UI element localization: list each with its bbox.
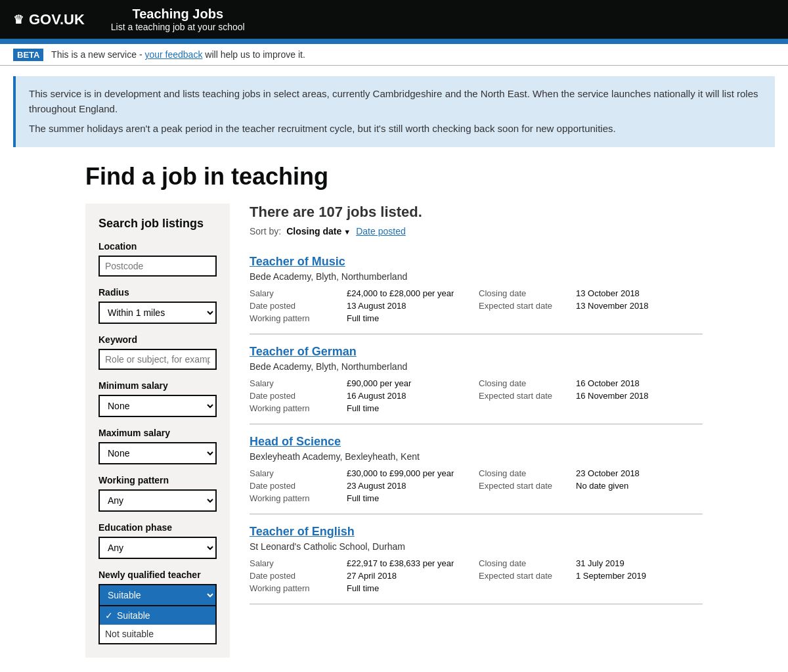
layout: Search job listings Location Radius With… xyxy=(85,204,703,658)
gov-logo[interactable]: ♛ GOV.UK xyxy=(13,11,85,28)
date-posted-value: 16 August 2018 xyxy=(347,391,473,401)
location-group: Location xyxy=(98,241,217,277)
site-header: ♛ GOV.UK Teaching Jobs List a teaching j… xyxy=(0,0,788,44)
job-school: Bede Academy, Blyth, Northumberland xyxy=(250,271,703,282)
sort-bar: Sort by: Closing date Date posted xyxy=(250,226,703,236)
closing-date-label: Closing date xyxy=(479,468,571,478)
beta-banner: BETA This is a new service - your feedba… xyxy=(0,44,788,66)
job-title[interactable]: Head of Science xyxy=(250,435,703,449)
working-pattern-value: Full time xyxy=(347,583,473,593)
keyword-input[interactable] xyxy=(98,349,217,370)
sort-active[interactable]: Closing date xyxy=(286,226,351,236)
working-pattern-label: Working pattern xyxy=(250,583,341,593)
service-subtitle: List a teaching job at your school xyxy=(111,22,245,32)
page-title: Find a job in teaching xyxy=(85,163,703,190)
job-school: Bede Academy, Blyth, Northumberland xyxy=(250,361,703,372)
info-box: This service is in development and lists… xyxy=(13,76,775,147)
date-posted-value: 13 August 2018 xyxy=(347,301,473,311)
max-salary-group: Maximum salary None xyxy=(98,428,217,464)
nqt-option-suitable-item[interactable]: Suitable xyxy=(100,606,215,625)
nqt-dropdown-open: Suitable Not suitable xyxy=(98,606,217,644)
date-posted-label: Date posted xyxy=(250,391,341,401)
job-details: Salary £24,000 to £28,000 per year Closi… xyxy=(250,288,703,323)
education-phase-label: Education phase xyxy=(98,522,217,533)
nqt-dropdown-wrapper: Suitable Not suitable Suitable Not suita… xyxy=(98,584,217,606)
closing-date-label: Closing date xyxy=(479,288,571,298)
nqt-group: Newly qualified teacher Suitable Not sui… xyxy=(98,570,217,606)
expected-start-label: Expected start date xyxy=(479,301,571,311)
date-posted-value: 23 August 2018 xyxy=(347,481,473,491)
working-pattern-select[interactable]: Any Full time Part time xyxy=(98,489,217,512)
closing-date-value: 31 July 2019 xyxy=(576,558,703,568)
beta-suffix: will help us to improve it. xyxy=(205,49,305,60)
closing-date-value: 13 October 2018 xyxy=(576,288,703,298)
salary-value: £22,917 to £38,633 per year xyxy=(347,558,473,568)
min-salary-select[interactable]: None xyxy=(98,395,217,417)
expected-start-value: 1 September 2019 xyxy=(576,571,703,581)
main-content: Find a job in teaching Search job listin… xyxy=(72,163,716,658)
results-header: There are 107 jobs listed. Sort by: Clos… xyxy=(250,204,703,236)
search-sidebar: Search job listings Location Radius With… xyxy=(85,204,230,658)
radius-group: Radius Within 1 miles Within 5 miles Wit… xyxy=(98,287,217,324)
job-title[interactable]: Teacher of English xyxy=(250,525,703,539)
salary-label: Salary xyxy=(250,558,341,568)
keyword-label: Keyword xyxy=(98,334,217,345)
max-salary-label: Maximum salary xyxy=(98,428,217,438)
working-pattern-label: Working pattern xyxy=(98,475,217,485)
salary-label: Salary xyxy=(250,378,341,388)
salary-value: £30,000 to £99,000 per year xyxy=(347,468,473,478)
closing-date-label: Closing date xyxy=(479,558,571,568)
header-bar xyxy=(0,39,788,44)
sort-label: Sort by: xyxy=(250,226,281,236)
keyword-group: Keyword xyxy=(98,334,217,370)
working-pattern-value: Full time xyxy=(347,493,473,503)
feedback-link[interactable]: your feedback xyxy=(144,49,202,60)
expected-start-value: 13 November 2018 xyxy=(576,301,703,311)
date-posted-label: Date posted xyxy=(250,571,341,581)
job-listing: Teacher of German Bede Academy, Blyth, N… xyxy=(250,334,703,424)
results-area: There are 107 jobs listed. Sort by: Clos… xyxy=(250,204,703,604)
working-pattern-value: Full time xyxy=(347,403,473,413)
min-salary-group: Minimum salary None xyxy=(98,380,217,417)
working-pattern-label: Working pattern xyxy=(250,313,341,323)
nqt-option-not-suitable-item[interactable]: Not suitable xyxy=(100,625,215,643)
location-label: Location xyxy=(98,241,217,252)
salary-value: £24,000 to £28,000 per year xyxy=(347,288,473,298)
job-school: Bexleyheath Academy, Bexleyheath, Kent xyxy=(250,451,703,462)
beta-tag: BETA xyxy=(13,49,43,61)
salary-value: £90,000 per year xyxy=(347,378,473,388)
working-pattern-label: Working pattern xyxy=(250,403,341,413)
date-posted-label: Date posted xyxy=(250,481,341,491)
location-input[interactable] xyxy=(98,256,217,277)
job-details: Salary £90,000 per year Closing date 16 … xyxy=(250,378,703,413)
job-title[interactable]: Teacher of Music xyxy=(250,255,703,269)
education-phase-select[interactable]: Any Primary Secondary xyxy=(98,537,217,559)
min-salary-label: Minimum salary xyxy=(98,380,217,391)
working-pattern-value: Full time xyxy=(347,313,473,323)
job-school: St Leonard's Catholic School, Durham xyxy=(250,541,703,552)
gov-logo-text: GOV.UK xyxy=(29,11,85,28)
service-title: Teaching Jobs xyxy=(111,7,245,22)
radius-select[interactable]: Within 1 miles Within 5 miles Within 10 … xyxy=(98,302,217,324)
closing-date-label: Closing date xyxy=(479,378,571,388)
job-listings: Teacher of Music Bede Academy, Blyth, No… xyxy=(250,244,703,604)
date-posted-label: Date posted xyxy=(250,301,341,311)
date-posted-value: 27 April 2018 xyxy=(347,571,473,581)
nqt-select[interactable]: Suitable Not suitable xyxy=(98,584,217,606)
sort-date-posted-link[interactable]: Date posted xyxy=(356,226,406,236)
job-listing: Head of Science Bexleyheath Academy, Bex… xyxy=(250,424,703,514)
job-details: Salary £30,000 to £99,000 per year Closi… xyxy=(250,468,703,503)
expected-start-label: Expected start date xyxy=(479,481,571,491)
expected-start-label: Expected start date xyxy=(479,391,571,401)
max-salary-select[interactable]: None xyxy=(98,442,217,464)
beta-text: This is a new service - xyxy=(51,49,142,60)
education-phase-group: Education phase Any Primary Secondary xyxy=(98,522,217,559)
expected-start-value: No date given xyxy=(576,481,703,491)
sidebar-title: Search job listings xyxy=(98,217,217,231)
job-listing: Teacher of English St Leonard's Catholic… xyxy=(250,514,703,604)
info-line2: The summer holidays aren't a peak period… xyxy=(29,122,762,137)
job-details: Salary £22,917 to £38,633 per year Closi… xyxy=(250,558,703,593)
job-title[interactable]: Teacher of German xyxy=(250,345,703,359)
salary-label: Salary xyxy=(250,288,341,298)
closing-date-value: 23 October 2018 xyxy=(576,468,703,478)
